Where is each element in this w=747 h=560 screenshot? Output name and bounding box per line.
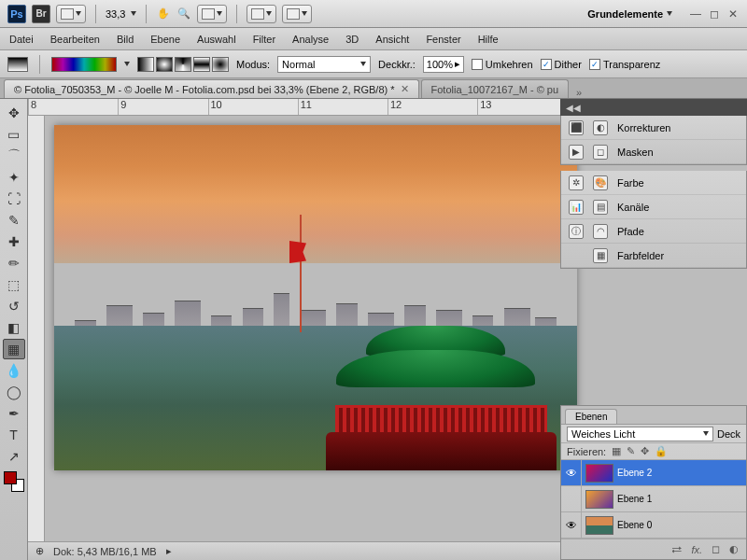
minimize-button[interactable]: — bbox=[689, 7, 702, 21]
zoom-icon[interactable]: 🔍 bbox=[176, 7, 191, 21]
menu-view[interactable]: Ansicht bbox=[375, 34, 409, 45]
layer-thumbnail[interactable] bbox=[585, 464, 613, 483]
panel-group-2: ✲🎨Farbe 📊▤Kanäle ⓘ◠Pfade ▦Farbfelder bbox=[560, 171, 747, 269]
marquee-tool[interactable]: ▭ bbox=[3, 124, 25, 145]
bridge-icon[interactable]: Br bbox=[32, 5, 50, 23]
gradient-tool-icon[interactable] bbox=[7, 57, 28, 72]
adjustment-layer-icon[interactable]: ◐ bbox=[729, 543, 739, 555]
add-mask-icon[interactable]: ◻ bbox=[712, 543, 720, 555]
blend-mode-select[interactable]: Normal bbox=[277, 56, 371, 73]
menu-filter[interactable]: Filter bbox=[253, 34, 275, 45]
image-canvas[interactable] bbox=[54, 125, 577, 470]
layer-lock-row: Fixieren: ▦ ✎ ✥ 🔒 bbox=[561, 443, 746, 460]
document-tab-active[interactable]: © Fotolia_7050353_M - © Joelle M - Fotol… bbox=[4, 79, 419, 98]
reflected-gradient-button[interactable] bbox=[193, 57, 210, 72]
arrange-dropdown[interactable] bbox=[247, 5, 276, 23]
gradient-tool[interactable]: ▦ bbox=[3, 339, 25, 359]
info-icon: ⓘ bbox=[569, 224, 584, 239]
layers-tab[interactable]: Ebenen bbox=[565, 409, 617, 424]
magic-wand-tool[interactable]: ✦ bbox=[3, 167, 25, 188]
document-tabs: © Fotolia_7050353_M - © Joelle M - Fotol… bbox=[0, 78, 747, 99]
layer-visibility-icon[interactable]: 👁 bbox=[561, 460, 582, 485]
layer-visibility-icon[interactable]: 👁 bbox=[561, 512, 582, 538]
menu-edit[interactable]: Bearbeiten bbox=[50, 34, 100, 45]
panel-pfade[interactable]: ⓘ◠Pfade bbox=[561, 219, 746, 244]
menu-select[interactable]: Auswahl bbox=[197, 34, 236, 45]
lock-transparent-icon[interactable]: ▦ bbox=[612, 445, 621, 457]
menu-window[interactable]: Fenster bbox=[426, 34, 460, 45]
menu-analyse[interactable]: Analyse bbox=[292, 34, 329, 45]
zoom-status[interactable]: ⊕ bbox=[35, 545, 44, 557]
menu-layer[interactable]: Ebene bbox=[150, 34, 180, 45]
layer-name[interactable]: Ebene 1 bbox=[617, 494, 652, 504]
menu-file[interactable]: Datei bbox=[9, 34, 34, 45]
menu-help[interactable]: Hilfe bbox=[478, 34, 499, 45]
lock-position-icon[interactable]: ✥ bbox=[641, 445, 649, 457]
layer-row[interactable]: 👁Ebene 0 bbox=[561, 512, 746, 539]
panel-farbfelder[interactable]: ▦Farbfelder bbox=[561, 244, 746, 268]
maximize-button[interactable]: ◻ bbox=[708, 7, 721, 21]
dither-checkbox[interactable]: ✓Dither bbox=[541, 59, 582, 70]
ruler-vertical bbox=[28, 116, 45, 541]
dodge-tool[interactable]: ◯ bbox=[3, 382, 25, 402]
opacity-field[interactable]: 100%▸ bbox=[423, 56, 464, 73]
crop-tool[interactable]: ⛶ bbox=[3, 189, 25, 209]
brush-tool[interactable]: ✏ bbox=[3, 253, 25, 273]
panel-group-1: ⬛◐Korrekturen ▶◻Masken bbox=[560, 116, 747, 165]
layer-fx-icon[interactable]: fx. bbox=[691, 544, 702, 555]
color-icon: 🎨 bbox=[593, 175, 608, 190]
panel-kanaele[interactable]: 📊▤Kanäle bbox=[561, 195, 746, 219]
lasso-tool[interactable]: ⌒ bbox=[3, 146, 25, 166]
angle-gradient-button[interactable] bbox=[175, 57, 191, 72]
collapse-dock-icon[interactable]: ◀◀ bbox=[566, 103, 581, 113]
tab-overflow-icon[interactable]: » bbox=[576, 87, 582, 98]
gradient-preview[interactable] bbox=[51, 57, 117, 72]
close-button[interactable]: ✕ bbox=[726, 7, 740, 21]
path-tool[interactable]: ↗ bbox=[3, 446, 25, 467]
layout-dropdown[interactable] bbox=[56, 5, 86, 23]
layers-panel: Ebenen Weiches Licht Deck Fixieren: ▦ ✎ … bbox=[560, 405, 747, 560]
menu-image[interactable]: Bild bbox=[117, 34, 134, 45]
workspace-switcher[interactable]: Grundelemente bbox=[587, 8, 672, 20]
linear-gradient-button[interactable] bbox=[137, 57, 154, 72]
layer-thumbnail[interactable] bbox=[585, 490, 613, 509]
zoom-level[interactable]: 33,3 bbox=[106, 8, 125, 20]
color-swatch[interactable] bbox=[4, 471, 24, 492]
diamond-gradient-button[interactable] bbox=[212, 57, 229, 72]
screen-mode-dropdown[interactable] bbox=[282, 5, 312, 23]
move-tool[interactable]: ✥ bbox=[3, 103, 25, 123]
doc-size-status: Dok: 5,43 MB/16,1 MB bbox=[53, 546, 157, 557]
lock-brush-icon[interactable]: ✎ bbox=[627, 445, 635, 457]
transparency-checkbox[interactable]: ✓Transparenz bbox=[589, 59, 660, 70]
history-brush-tool[interactable]: ↺ bbox=[3, 296, 25, 316]
pen-tool[interactable]: ✒ bbox=[3, 403, 25, 424]
blur-tool[interactable]: 💧 bbox=[3, 360, 25, 381]
menu-3d[interactable]: 3D bbox=[345, 34, 359, 45]
panel-masken[interactable]: ▶◻Masken bbox=[561, 140, 746, 164]
eraser-tool[interactable]: ◧ bbox=[3, 317, 25, 338]
reverse-checkbox[interactable]: Umkehren bbox=[472, 59, 533, 70]
type-tool[interactable]: T bbox=[3, 425, 25, 445]
app-icon[interactable]: Ps bbox=[7, 5, 26, 23]
view-dropdown[interactable] bbox=[197, 5, 227, 23]
layer-name[interactable]: Ebene 0 bbox=[617, 520, 652, 530]
adjust-icon: ◐ bbox=[593, 120, 608, 135]
hand-icon[interactable]: ✋ bbox=[156, 7, 171, 21]
layer-name[interactable]: Ebene 2 bbox=[617, 468, 652, 478]
layer-thumbnail[interactable] bbox=[585, 516, 613, 535]
layer-row[interactable]: 👁Ebene 2 bbox=[561, 460, 746, 486]
layer-blend-select[interactable]: Weiches Licht bbox=[567, 427, 713, 441]
gradient-type-buttons bbox=[137, 57, 229, 72]
radial-gradient-button[interactable] bbox=[156, 57, 173, 72]
panel-farbe[interactable]: ✲🎨Farbe bbox=[561, 171, 746, 195]
stamp-tool[interactable]: ⬚ bbox=[3, 274, 25, 295]
panel-korrekturen[interactable]: ⬛◐Korrekturen bbox=[561, 116, 746, 140]
healing-tool[interactable]: ✚ bbox=[3, 231, 25, 252]
document-tab-inactive[interactable]: Fotolia_10072167_M - © pu bbox=[421, 79, 570, 98]
link-layers-icon[interactable]: ⮂ bbox=[671, 544, 682, 555]
layer-row[interactable]: Ebene 1 bbox=[561, 486, 746, 512]
layer-visibility-icon[interactable] bbox=[561, 486, 582, 511]
close-tab-icon[interactable]: ✕ bbox=[401, 83, 409, 95]
lock-all-icon[interactable]: 🔒 bbox=[655, 445, 668, 457]
eyedropper-tool[interactable]: ✎ bbox=[3, 210, 25, 231]
